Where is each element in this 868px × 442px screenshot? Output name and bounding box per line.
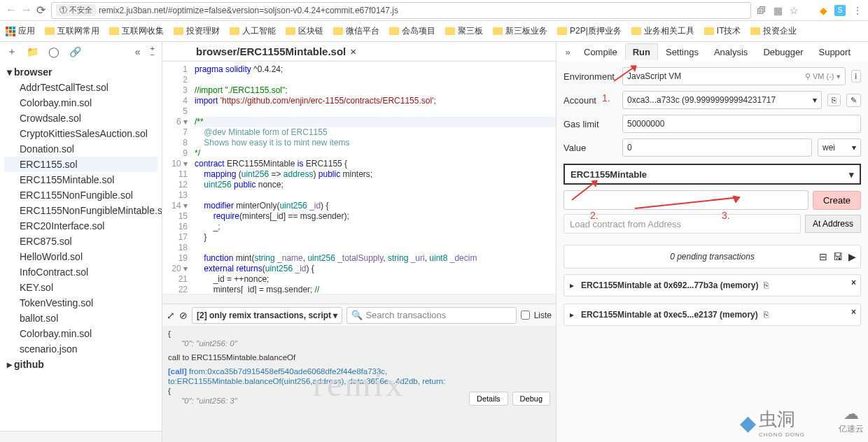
- code-editor[interactable]: 123456 ▾78910 ▾11121314 ▾151617181920 ▾2…: [162, 62, 556, 294]
- search-transactions-input[interactable]: 🔍 Search transactions: [346, 307, 516, 324]
- folder-icon: [750, 27, 760, 35]
- bookmark-item[interactable]: 聚三板: [445, 25, 483, 37]
- sidebar-scrollbar[interactable]: [0, 431, 162, 442]
- expand-console-icon[interactable]: ⤢: [167, 310, 175, 321]
- plus-minus-icon[interactable]: +−: [150, 45, 155, 58]
- bookmark-item[interactable]: 互联网常用: [45, 25, 99, 37]
- console-output[interactable]: remix { "0": "uint256: 0" call to ERC115…: [162, 326, 556, 442]
- save-icon[interactable]: 🖫: [833, 251, 843, 262]
- nav-buttons: ← → ⟳: [6, 3, 46, 17]
- tree-file[interactable]: Donation.sol: [4, 141, 158, 157]
- bookmark-item[interactable]: 人工智能: [230, 25, 276, 37]
- translate-icon[interactable]: 🗊: [757, 5, 766, 16]
- tree-file[interactable]: HelloWorld.sol: [4, 249, 158, 264]
- close-icon[interactable]: ×: [851, 278, 856, 287]
- github-icon[interactable]: ◯: [48, 46, 59, 57]
- listen-checkbox[interactable]: [521, 311, 530, 320]
- tree-file[interactable]: ERC1155.sol: [4, 157, 158, 172]
- editor-column: browser/ERC1155Mintable.sol × 123456 ▾78…: [162, 42, 556, 442]
- expand-panel-icon[interactable]: »: [561, 47, 575, 57]
- constructor-args-input[interactable]: [564, 190, 808, 210]
- bookmark-item[interactable]: 投资企业: [750, 25, 797, 37]
- tree-file[interactable]: Colorbay.min.sol: [4, 95, 158, 110]
- contract-instance[interactable]: ▸ ERC1155Mintable at 0xec5...e2137 (memo…: [564, 304, 861, 326]
- tree-file[interactable]: CryptoKittiesSalesAuction.sol: [4, 126, 158, 141]
- tree-file[interactable]: ERC875.sol: [4, 234, 158, 249]
- close-icon[interactable]: ×: [350, 45, 356, 57]
- tree-file[interactable]: scenario.json: [4, 341, 158, 357]
- panel-tab-support[interactable]: Support: [811, 43, 858, 60]
- tree-file[interactable]: Crowdsale.sol: [4, 110, 158, 126]
- play-icon[interactable]: ▶: [848, 251, 856, 262]
- value-input[interactable]: 0: [622, 138, 812, 157]
- bookmark-item[interactable]: 微信平台: [333, 25, 379, 37]
- contract-select[interactable]: ERC1155Mintable▾: [564, 164, 861, 185]
- chevron-right-icon[interactable]: ▸: [570, 310, 574, 320]
- close-icon[interactable]: ×: [851, 307, 856, 317]
- ext-s-icon[interactable]: S: [834, 5, 846, 16]
- copy-account-icon[interactable]: ⎘: [827, 94, 841, 106]
- at-address-button[interactable]: At Address: [805, 215, 861, 233]
- bookmark-item[interactable]: 新三板业务: [493, 25, 547, 37]
- instance-label: ERC1155Mintable at 0xec5...e2137 (memory…: [581, 310, 758, 320]
- panel-tab-settings[interactable]: Settings: [658, 43, 706, 60]
- code-content[interactable]: pragma solidity ^0.4.24; //import "./ERC…: [192, 62, 556, 294]
- load-address-input[interactable]: Load contract from Address: [564, 214, 801, 234]
- panel-tab-debugger[interactable]: Debugger: [755, 43, 811, 60]
- tree-folder-browser[interactable]: ▾browser: [4, 64, 158, 80]
- menu-icon[interactable]: ⋮: [853, 5, 862, 16]
- bookmark-item[interactable]: P2P|质押业务: [557, 25, 622, 37]
- tree-folder-github[interactable]: ▸github: [4, 357, 158, 372]
- panel-tab-compile[interactable]: Compile: [576, 43, 625, 60]
- tx-filter-dropdown[interactable]: [2] only remix transactions, script ▾: [192, 307, 342, 324]
- panel-tab-run[interactable]: Run: [625, 43, 658, 60]
- clear-console-icon[interactable]: ⊘: [179, 310, 188, 321]
- link-icon[interactable]: 🔗: [69, 46, 81, 57]
- copy-address-icon[interactable]: ⎘: [764, 280, 769, 290]
- gaslimit-input[interactable]: 50000000: [622, 115, 861, 133]
- copy-address-icon[interactable]: ⎘: [764, 310, 769, 320]
- open-folder-icon[interactable]: 📁: [27, 46, 38, 57]
- contract-instance[interactable]: ▸ ERC1155Mintable at 0x692...77b3a (memo…: [564, 274, 861, 297]
- edit-account-icon[interactable]: ✎: [846, 94, 861, 107]
- star-icon[interactable]: ☆: [790, 5, 799, 16]
- folder-icon: [389, 27, 399, 35]
- create-button[interactable]: Create: [813, 191, 861, 210]
- new-file-icon[interactable]: ＋: [7, 45, 17, 58]
- bookmark-item[interactable]: IT技术: [704, 25, 741, 37]
- env-info-icon[interactable]: i: [851, 70, 861, 83]
- tree-file[interactable]: ERC1155NonFungible.sol: [4, 187, 158, 203]
- tree-file[interactable]: AddrTestCallTest.sol: [4, 80, 158, 95]
- value-unit-select[interactable]: wei▾: [818, 138, 861, 157]
- bookmark-item[interactable]: 区块链: [286, 25, 323, 37]
- account-select[interactable]: 0xca3...a733c (99.99999999994231717▾: [622, 91, 822, 109]
- editor-tab-active[interactable]: browser/ERC1155Mintable.sol ×: [190, 45, 362, 57]
- collapse-all-icon[interactable]: ⊟: [819, 251, 827, 262]
- tree-file[interactable]: Colorbay.min.sol: [4, 326, 158, 341]
- back-icon[interactable]: ←: [6, 3, 17, 17]
- qr-icon[interactable]: ▦: [774, 5, 783, 16]
- panel-tab-analysis[interactable]: Analysis: [706, 43, 755, 60]
- tree-file[interactable]: ERC20Interface.sol: [4, 218, 158, 234]
- tree-file[interactable]: TokenVesting.sol: [4, 295, 158, 311]
- reload-icon[interactable]: ⟳: [36, 3, 46, 17]
- bookmark-item[interactable]: 互联网收集: [109, 25, 164, 37]
- console-toolbar: ⤢ ⊘ [2] only remix transactions, script …: [162, 304, 556, 326]
- tree-file[interactable]: KEY.sol: [4, 280, 158, 295]
- tree-file[interactable]: ERC1155NonFungibleMintable.sol: [4, 203, 158, 218]
- tree-file[interactable]: ERC1155Mintable.sol: [4, 172, 158, 187]
- debug-button[interactable]: Debug: [512, 392, 550, 406]
- editor-scrollbar[interactable]: [162, 294, 556, 304]
- details-button[interactable]: Details: [469, 392, 508, 406]
- address-bar[interactable]: ① 不安全 remix2.ju3ban.net/#optimize=false&…: [51, 2, 751, 19]
- apps-button[interactable]: 应用: [6, 25, 35, 37]
- bookmark-item[interactable]: 业务相关工具: [631, 25, 694, 37]
- tree-file[interactable]: ballot.sol: [4, 311, 158, 326]
- ext-icon[interactable]: ◆: [820, 5, 827, 16]
- chevron-right-icon[interactable]: ▸: [570, 280, 574, 290]
- collapse-panel-icon[interactable]: «: [135, 46, 141, 57]
- tree-file[interactable]: InfoContract.sol: [4, 264, 158, 280]
- environment-select[interactable]: JavaScript VM ⚲ VM (-) ▾: [622, 67, 846, 85]
- bookmark-item[interactable]: 投资理财: [174, 25, 220, 37]
- bookmark-item[interactable]: 会岛项目: [389, 25, 435, 37]
